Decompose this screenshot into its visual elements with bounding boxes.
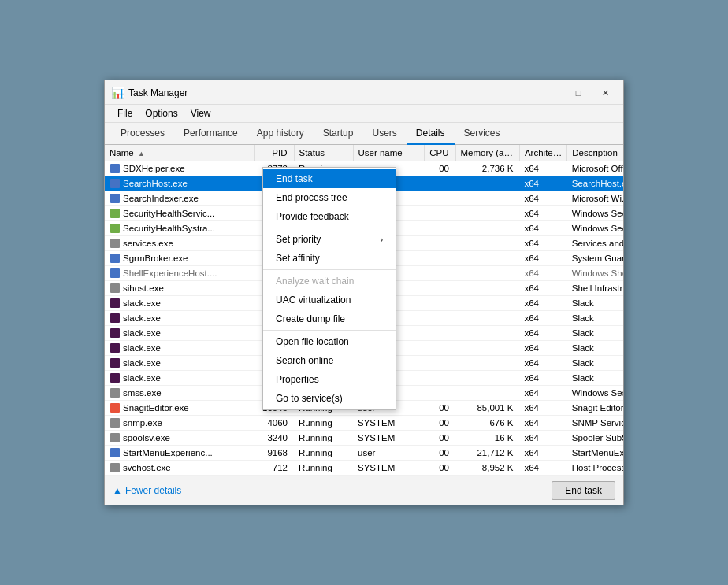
context-menu-item[interactable]: End task (263, 169, 396, 188)
cell-cpu (424, 341, 455, 356)
col-header-cpu[interactable]: CPU (424, 145, 455, 161)
tab-services[interactable]: Services (455, 123, 510, 145)
context-menu-separator (263, 269, 396, 270)
context-menu-item[interactable]: Set affinity (263, 249, 396, 268)
cell-desc: System Guard... (567, 251, 623, 266)
table-row[interactable]: snmp.exe 4060 Running SYSTEM 00 676 K x6… (105, 416, 623, 431)
col-header-status[interactable]: Status (294, 145, 353, 161)
cell-pid: 3240 (254, 431, 294, 446)
col-header-user[interactable]: User name (353, 145, 424, 161)
app-icon: 📊 (111, 87, 124, 99)
svg-rect-4 (110, 224, 120, 233)
process-table-container[interactable]: Name ▲ PID Status User name CPU Memory (… (105, 145, 623, 476)
cell-name: svchost.exe (105, 461, 254, 476)
maximize-button[interactable]: □ (566, 85, 590, 101)
svg-rect-5 (110, 239, 120, 248)
menu-bar: File Options View (105, 105, 623, 123)
table-row[interactable]: svchost.exe 712 Running SYSTEM 00 8,952 … (105, 461, 623, 476)
cell-name: SDXHelper.exe (105, 161, 254, 176)
context-menu: End taskEnd process treeProvide feedback… (262, 167, 396, 410)
cell-arch: x64 (519, 386, 566, 401)
tab-users[interactable]: Users (362, 123, 406, 145)
col-header-name[interactable]: Name ▲ (105, 145, 254, 161)
cell-arch: x64 (519, 371, 566, 386)
col-header-mem[interactable]: Memory (a… (455, 145, 519, 161)
cell-desc: Slack (567, 371, 623, 386)
table-row[interactable]: svchost.exe 1164 Running NETWORK... 00 7… (105, 476, 623, 476)
tab-app-history[interactable]: App history (247, 123, 314, 145)
cell-arch: x64 (519, 221, 566, 236)
cell-mem: 676 K (455, 416, 519, 431)
cell-desc: Windows Sec... (567, 221, 623, 236)
cell-cpu (424, 206, 455, 221)
col-header-pid[interactable]: PID (254, 145, 294, 161)
col-header-arch[interactable]: Archite… (519, 145, 566, 161)
cell-cpu (424, 326, 455, 341)
cell-arch: x64 (519, 206, 566, 221)
minimize-button[interactable]: — (540, 85, 563, 101)
tab-processes[interactable]: Processes (111, 123, 174, 145)
cell-pid: 1164 (254, 476, 294, 476)
context-menu-item[interactable]: Go to service(s) (263, 389, 396, 408)
cell-arch: x64 (519, 161, 566, 176)
close-button[interactable]: ✕ (593, 85, 617, 101)
cell-mem (455, 236, 519, 251)
context-menu-item[interactable]: Set priority› (263, 230, 396, 249)
cell-name: sihost.exe (105, 281, 254, 296)
context-menu-item[interactable]: End process tree (263, 188, 396, 207)
context-menu-item[interactable]: Properties (263, 370, 396, 389)
cell-cpu (424, 191, 455, 206)
cell-cpu: 00 (424, 446, 455, 461)
cell-status: Running (294, 431, 353, 446)
cell-mem: 21,712 K (455, 446, 519, 461)
table-row[interactable]: spoolsv.exe 3240 Running SYSTEM 00 16 K … (105, 431, 623, 446)
cell-desc: Slack (567, 356, 623, 371)
svg-rect-19 (110, 448, 120, 457)
menu-file[interactable]: File (111, 106, 139, 120)
cell-name: slack.exe (105, 341, 254, 356)
col-header-desc[interactable]: Description (567, 145, 623, 161)
context-menu-item-label: Properties (276, 374, 319, 385)
cell-desc: Slack (567, 311, 623, 326)
tab-startup[interactable]: Startup (314, 123, 363, 145)
svg-rect-13 (110, 358, 120, 368)
svg-rect-16 (110, 403, 120, 413)
menu-options[interactable]: Options (139, 106, 184, 120)
cell-desc: Services and ... (567, 236, 623, 251)
cell-cpu (424, 311, 455, 326)
cell-desc: Slack (567, 341, 623, 356)
cell-name: SnagitEditor.exe (105, 401, 254, 416)
tab-performance[interactable]: Performance (174, 123, 247, 145)
context-menu-item[interactable]: UAC virtualization (263, 291, 396, 309)
cell-mem (455, 296, 519, 311)
cell-desc: Windows Ses... (567, 386, 623, 401)
cell-desc: SearchHost.exe (567, 176, 623, 191)
cell-cpu (424, 371, 455, 386)
chevron-up-icon: ▲ (113, 485, 122, 496)
table-row[interactable]: StartMenuExperienc... 9168 Running user … (105, 446, 623, 461)
fewer-details-link[interactable]: ▲ Fewer details (113, 485, 181, 496)
cell-desc: Spooler SubS... (567, 431, 623, 446)
cell-cpu: 00 (424, 461, 455, 476)
svg-rect-17 (110, 418, 120, 428)
end-task-button[interactable]: End task (552, 481, 615, 500)
menu-view[interactable]: View (184, 106, 217, 120)
context-menu-item[interactable]: Search online (263, 351, 396, 370)
context-menu-item[interactable]: Provide feedback (263, 207, 396, 226)
context-menu-item[interactable]: Create dump file (263, 309, 396, 328)
cell-cpu: 00 (424, 161, 455, 176)
cell-arch: x64 (519, 461, 566, 476)
submenu-arrow-icon: › (381, 235, 383, 244)
cell-name: smss.exe (105, 386, 254, 401)
cell-arch: x64 (519, 176, 566, 191)
context-menu-item[interactable]: Open file location (263, 332, 396, 351)
cell-arch: x64 (519, 416, 566, 431)
cell-desc: Snagit Editor (567, 401, 623, 416)
tab-details[interactable]: Details (407, 123, 455, 145)
cell-name: slack.exe (105, 371, 254, 386)
svg-rect-2 (110, 194, 120, 203)
cell-cpu (424, 356, 455, 371)
cell-name: ShellExperienceHost.... (105, 266, 254, 281)
cell-name: spoolsv.exe (105, 431, 254, 446)
task-manager-window: 📊 Task Manager — □ ✕ File Options View P… (104, 80, 624, 505)
